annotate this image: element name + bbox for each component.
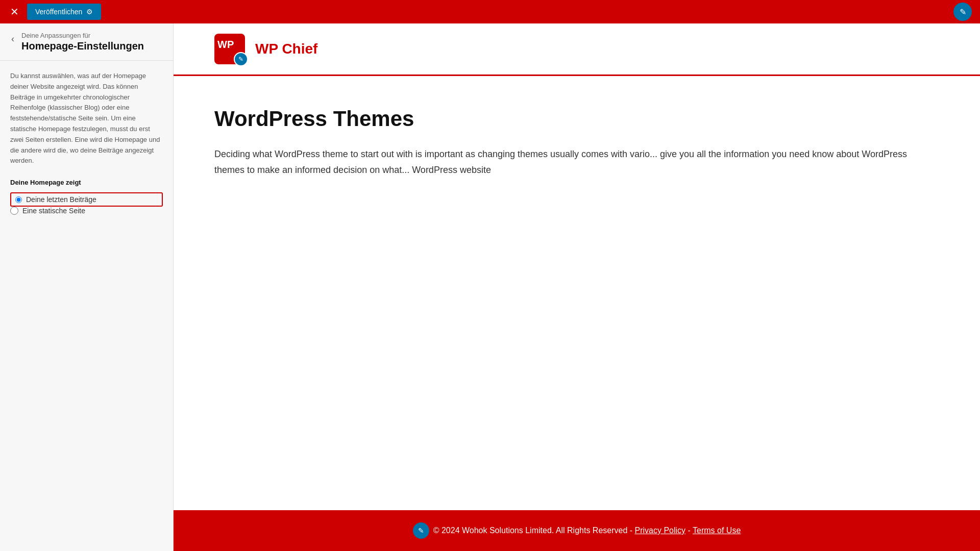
sidebar-content: Du kannst auswählen, was auf der Homepag… <box>0 61 173 551</box>
logo-background: WP ✎ <box>214 34 245 64</box>
back-button[interactable]: ‹ <box>10 33 15 45</box>
privacy-policy-link[interactable]: Privacy Policy <box>635 526 686 535</box>
top-right-edit-icon[interactable]: ✎ <box>953 3 972 21</box>
logo-wp-text: WP <box>217 39 234 51</box>
option-static-page-label: Eine statische Seite <box>22 207 85 215</box>
publish-label: Veröffentlichen <box>35 8 82 16</box>
footer-copyright: © 2024 Wohok Solutions Limited. All Righ… <box>433 526 741 535</box>
preview-area: WP ✎ WP Chief WordPress Themes Deciding … <box>174 23 980 551</box>
radio-static-page[interactable] <box>10 207 18 215</box>
footer-copyright-text: © 2024 Wohok Solutions Limited. All Righ… <box>433 526 635 535</box>
sidebar-header: ‹ Deine Anpassungen für Homepage-Einstel… <box>0 23 173 61</box>
sidebar: ‹ Deine Anpassungen für Homepage-Einstel… <box>0 23 174 551</box>
option-static-page[interactable]: Eine statische Seite <box>10 207 163 215</box>
sidebar-description: Du kannst auswählen, was auf der Homepag… <box>10 71 163 166</box>
sidebar-title: Homepage-Einstellungen <box>21 40 144 52</box>
site-logo: WP ✎ WP Chief <box>214 34 317 64</box>
article-title: WordPress Themes <box>214 107 939 131</box>
sidebar-header-text: Deine Anpassungen für Homepage-Einstellu… <box>21 32 144 52</box>
site-content: WordPress Themes Deciding what WordPress… <box>174 76 980 510</box>
logo-edit-icon: ✎ <box>234 52 248 66</box>
sidebar-subtitle: Deine Anpassungen für <box>21 32 144 39</box>
close-button[interactable]: ✕ <box>8 4 21 20</box>
footer-separator: - <box>685 526 693 535</box>
radio-latest-posts[interactable] <box>15 196 22 203</box>
main-area: ‹ Deine Anpassungen für Homepage-Einstel… <box>0 23 980 551</box>
gear-icon: ⚙ <box>86 8 93 16</box>
publish-button[interactable]: Veröffentlichen ⚙ <box>27 4 101 20</box>
article-body: Deciding what WordPress theme to start o… <box>214 146 939 178</box>
homepage-section-title: Deine Homepage zeigt <box>10 179 163 186</box>
option-latest-posts[interactable]: Deine letzten Beiträge <box>10 192 163 207</box>
site-footer: ✎ © 2024 Wohok Solutions Limited. All Ri… <box>174 510 980 551</box>
terms-of-use-link[interactable]: Terms of Use <box>693 526 741 535</box>
admin-bar-left: ✕ Veröffentlichen ⚙ <box>8 4 101 20</box>
footer-edit-icon: ✎ <box>413 522 429 539</box>
admin-bar: ✕ Veröffentlichen ⚙ ✎ <box>0 0 980 23</box>
site-header: WP ✎ WP Chief <box>174 23 980 76</box>
option-latest-posts-label: Deine letzten Beiträge <box>26 195 96 204</box>
site-name: WP Chief <box>255 41 317 57</box>
